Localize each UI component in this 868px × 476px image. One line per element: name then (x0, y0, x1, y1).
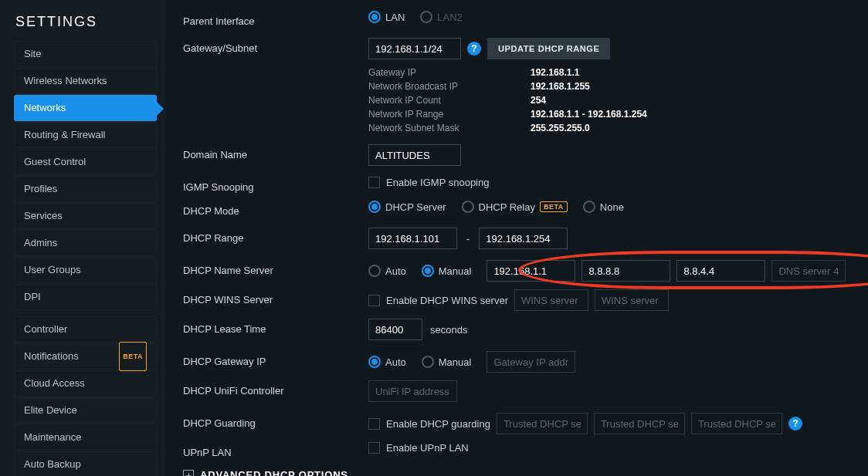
sidebar-item-label: User Groups (24, 257, 81, 283)
sidebar-item-label: Profiles (24, 176, 57, 202)
sidebar-item-elite-device[interactable]: Elite Device (14, 397, 157, 424)
sidebar-item-label: Site (24, 41, 41, 67)
radio-dns-manual[interactable]: Manual (422, 265, 472, 277)
radio-dot-icon (368, 356, 381, 368)
radio-dot-icon (420, 11, 432, 23)
sidebar-item-label: Networks (24, 95, 66, 121)
sidebar-item-label: Wireless Networks (24, 68, 107, 94)
label-unifi-controller: DHCP UniFi Controller (183, 380, 368, 397)
sidebar-item-label: Elite Device (24, 397, 77, 424)
sidebar-item-label: Routing & Firewall (24, 122, 106, 148)
sidebar-item-label: Notifications (24, 343, 79, 370)
sidebar-item-label: DPI (24, 284, 41, 310)
input-dns-2[interactable] (581, 260, 670, 282)
checkbox-icon (368, 442, 380, 454)
input-gateway-subnet[interactable] (368, 38, 461, 59)
network-details: Gateway IP192.168.1.1 Network Broadcast … (368, 67, 647, 133)
input-unifi-controller[interactable] (368, 380, 457, 402)
sidebar-item-controller[interactable]: Controller (14, 316, 157, 343)
sidebar-item-routing-firewall[interactable]: Routing & Firewall (14, 122, 157, 148)
input-trusted-dhcp-2[interactable] (594, 413, 685, 434)
sidebar-item-label: Controller (24, 316, 67, 343)
radio-dot-icon (422, 356, 434, 368)
checkbox-igmp-snooping[interactable]: Enable IGMP snooping (368, 177, 489, 188)
radio-dot-icon (583, 201, 595, 213)
checkbox-wins[interactable]: Enable DHCP WINS server (368, 295, 508, 306)
sidebar-item-admins[interactable]: Admins (14, 230, 157, 256)
sidebar-item-wireless-networks[interactable]: Wireless Networks (14, 68, 157, 94)
radio-dhcp-relay[interactable]: DHCP RelayBETA (462, 201, 568, 213)
input-domain-name[interactable] (368, 144, 461, 166)
label-dhcp-range: DHCP Range (183, 228, 368, 244)
input-dhcp-range-end[interactable] (479, 228, 568, 249)
input-dhcp-gateway-ip[interactable] (487, 351, 575, 373)
sidebar-item-label: Admins (24, 230, 57, 256)
label-dhcp-gateway-ip: DHCP Gateway IP (183, 351, 368, 367)
beta-badge: BETA (119, 342, 147, 371)
sidebar-item-services[interactable]: Services (14, 203, 157, 229)
radio-gwip-manual[interactable]: Manual (422, 356, 472, 368)
update-dhcp-range-button[interactable]: UPDATE DHCP RANGE (487, 38, 610, 59)
input-dhcp-range-start[interactable] (368, 228, 457, 249)
sidebar-item-profiles[interactable]: Profiles (14, 176, 157, 202)
sidebar-item-cloud-access[interactable]: Cloud Access (14, 370, 157, 397)
radio-dot-icon (368, 201, 381, 213)
lease-suffix: seconds (430, 324, 467, 336)
label-parent-interface: Parent Interface (183, 11, 368, 27)
sidebar-item-label: Cloud Access (24, 370, 85, 397)
radio-dot-icon (368, 11, 381, 23)
radio-gwip-auto[interactable]: Auto (368, 356, 406, 368)
sidebar-item-maintenance[interactable]: Maintenance (14, 424, 157, 451)
radio-dot-icon (368, 265, 381, 277)
checkbox-icon (368, 418, 380, 430)
label-gateway-subnet: Gateway/Subnet (183, 38, 368, 54)
sidebar-item-label: Auto Backup (24, 451, 81, 476)
radio-dns-auto[interactable]: Auto (368, 265, 406, 277)
label-dhcp-guarding: DHCP Guarding (183, 413, 368, 429)
input-dns-3[interactable] (676, 260, 765, 282)
input-trusted-dhcp-3[interactable] (691, 413, 782, 434)
label-dns: DHCP Name Server (183, 260, 368, 276)
sidebar-item-user-groups[interactable]: User Groups (14, 257, 157, 283)
sidebar-item-site[interactable]: Site (14, 41, 157, 67)
sidebar-item-networks[interactable]: Networks (14, 95, 157, 121)
sidebar-item-dpi[interactable]: DPI (14, 284, 157, 310)
checkbox-upnp-lan[interactable]: Enable UPnP LAN (368, 442, 469, 454)
sidebar-item-label: Services (24, 203, 63, 229)
range-dash: - (463, 233, 473, 245)
sidebar-title: SETTINGS (0, 14, 166, 41)
input-wins-2[interactable] (595, 289, 669, 311)
label-domain-name: Domain Name (183, 144, 368, 160)
label-wins: DHCP WINS Server (183, 289, 368, 306)
label-dhcp-mode: DHCP Mode (183, 201, 368, 217)
radio-dhcp-server[interactable]: DHCP Server (368, 201, 446, 213)
input-dns-4[interactable] (771, 260, 846, 282)
radio-dot-icon (422, 265, 434, 277)
radio-dhcp-none[interactable]: None (583, 201, 624, 213)
sidebar-item-label: Maintenance (24, 424, 81, 451)
sidebar-item-notifications[interactable]: NotificationsBETA (14, 343, 157, 370)
sidebar-item-auto-backup[interactable]: Auto Backup (14, 451, 157, 476)
label-lease-time: DHCP Lease Time (183, 319, 368, 335)
advanced-dhcp-options-toggle[interactable]: ADVANCED DHCP OPTIONS (183, 469, 851, 476)
label-igmp-snooping: IGMP Snooping (183, 177, 368, 193)
checkbox-icon (368, 177, 380, 188)
checkbox-icon (368, 295, 380, 306)
sidebar-item-guest-control[interactable]: Guest Control (14, 149, 157, 175)
sidebar-item-label: Guest Control (24, 149, 86, 175)
input-trusted-dhcp-1[interactable] (497, 413, 588, 434)
expand-icon (183, 470, 194, 477)
radio-dot-icon (462, 201, 474, 213)
settings-sidebar: SETTINGS SiteWireless NetworksNetworksRo… (0, 0, 166, 476)
input-lease-time[interactable] (368, 319, 422, 340)
radio-parent-lan[interactable]: LAN (368, 11, 405, 23)
checkbox-dhcp-guarding[interactable]: Enable DHCP guarding (368, 418, 490, 430)
help-icon[interactable]: ? (467, 42, 481, 56)
label-upnp-lan: UPnP LAN (183, 442, 368, 458)
beta-badge: BETA (540, 201, 568, 212)
settings-form: Parent Interface LAN LAN2 Gateway/Subnet… (166, 0, 868, 476)
radio-parent-lan2[interactable]: LAN2 (420, 11, 463, 23)
input-dns-1[interactable] (487, 260, 575, 282)
help-icon[interactable]: ? (788, 417, 802, 430)
input-wins-1[interactable] (514, 289, 588, 311)
